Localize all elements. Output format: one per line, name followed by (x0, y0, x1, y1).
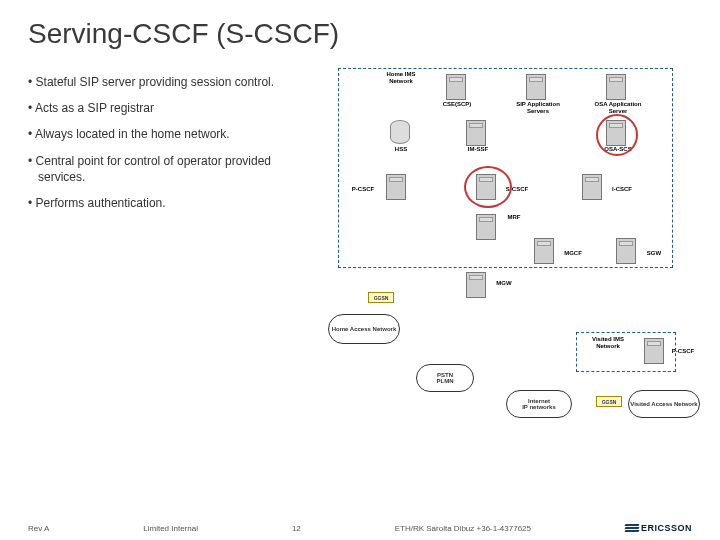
bullet-list: Stateful SIP server providing session co… (28, 74, 308, 434)
bullet-item: Performs authentication. (28, 195, 308, 211)
footer-attribution: ETH/RK Sarolta Dibuz +36-1-4377625 (395, 524, 531, 533)
mrf-label: MRF (502, 214, 526, 221)
osa-as-label: OSA Application Server (592, 101, 644, 114)
ericsson-logo-text: ERICSSON (641, 523, 692, 533)
visited-access-cloud: Visited Access Network (628, 390, 700, 418)
bullet-item: Always located in the home network. (28, 126, 308, 142)
footer-classification: Limited Internal (143, 524, 198, 533)
home-access-cloud: Home Access Network (328, 314, 400, 344)
osa-as-node (606, 74, 626, 100)
network-diagram: Home IMS Network CSE(SCP) SIP Applicatio… (316, 74, 692, 434)
sgw-node (616, 238, 636, 264)
pcscf-visited-node (644, 338, 664, 364)
mgw-label: MGW (492, 280, 516, 287)
ericsson-logo: ERICSSON (625, 522, 692, 534)
hss-label: HSS (386, 146, 416, 153)
sgw-label: SGW (642, 250, 666, 257)
footer-rev: Rev A (28, 524, 49, 533)
ericsson-icon (625, 522, 637, 534)
ggsn-home: GGSN (368, 292, 394, 303)
pcscf-home-node (386, 174, 406, 200)
sip-as-label: SIP Application Servers (512, 101, 564, 114)
ggsn-visited: GGSN (596, 396, 622, 407)
internet-cloud: Internet IP networks (506, 390, 572, 418)
sip-as-node (526, 74, 546, 100)
visited-ims-label: Visited IMS Network (582, 336, 634, 349)
cse-label: CSE(SCP) (436, 101, 478, 108)
mgcf-node (534, 238, 554, 264)
mgcf-label: MGCF (560, 250, 586, 257)
footer-page: 12 (292, 524, 301, 533)
pcscf-home-label: P-CSCF (346, 186, 380, 193)
pstn-cloud: PSTN PLMN (416, 364, 474, 392)
pcscf-visited-label: P-CSCF (668, 348, 698, 355)
icscf-node (582, 174, 602, 200)
bullet-item: Stateful SIP server providing session co… (28, 74, 308, 90)
mgw-node (466, 272, 486, 298)
imssf-label: IM-SSF (458, 146, 498, 153)
highlight-circle-scscf (464, 166, 512, 208)
highlight-circle-osa (596, 114, 638, 156)
cse-node (446, 74, 466, 100)
page-title: Serving-CSCF (S-CSCF) (28, 18, 692, 50)
mrf-node (476, 214, 496, 240)
bullet-item: Acts as a SIP registrar (28, 100, 308, 116)
icscf-label: I-CSCF (606, 186, 638, 193)
imssf-node (466, 120, 486, 146)
home-ims-label: Home IMS Network (376, 71, 426, 84)
hss-node (390, 120, 410, 144)
bullet-item: Central point for control of operator pr… (28, 153, 308, 185)
slide-footer: Rev A Limited Internal 12 ETH/RK Sarolta… (0, 522, 720, 534)
